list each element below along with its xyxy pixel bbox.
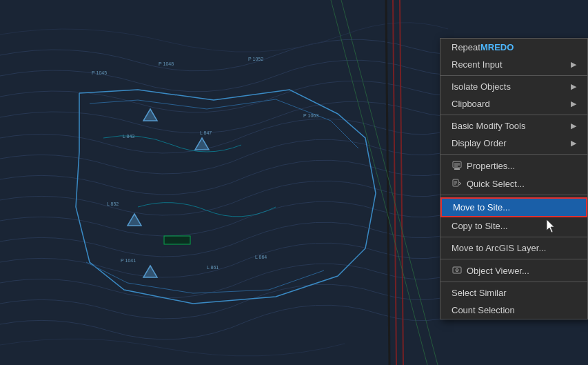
menu-label-select-similar: Select Similar [452,288,506,298]
menu-label-move-to-arcgis: Move to ArcGIS Layer... [452,243,546,253]
menu-label-recent-input: Recent Input [452,59,503,70]
svg-text:P 1052: P 1052 [248,57,263,61]
menu-item-move-to-arcgis[interactable]: Move to ArcGIS Layer... [440,239,587,257]
menu-label-copy-to-site: Copy to Site... [452,221,508,231]
submenu-arrow-display-order: ▶ [571,139,576,148]
menu-item-select-similar[interactable]: Select Similar [440,284,587,302]
menu-item-quick-select[interactable]: Quick Select... [440,175,587,193]
menu-item-recent-input[interactable]: Recent Input ▶ [440,56,587,73]
menu-label-move-to-site: Move to Site... [453,202,510,213]
menu-label-display-order: Display Order [452,138,506,148]
quick-select-icon [452,178,463,189]
menu-item-count-selection[interactable]: Count Selection [440,302,587,319]
svg-marker-12 [143,266,157,277]
menu-item-repeat-mredo[interactable]: Repeat MREDO [440,39,587,56]
svg-text:L 847: L 847 [200,130,212,135]
svg-marker-9 [143,109,157,121]
svg-text:P 1045: P 1045 [92,70,107,75]
menu-label-quick-select: Quick Select... [467,179,525,189]
menu-item-isolate-objects[interactable]: Isolate Objects ▶ [440,78,587,95]
menu-item-clipboard[interactable]: Clipboard ▶ [440,95,587,112]
svg-text:L 843: L 843 [123,134,134,139]
submenu-arrow-basic-modify: ▶ [571,121,576,130]
separator-4 [440,195,587,195]
submenu-arrow-isolate: ▶ [571,82,576,91]
separator-3 [440,154,587,155]
menu-item-copy-to-site[interactable]: Copy to Site... [440,217,587,235]
menu-label-properties: Properties... [467,161,515,171]
menu-item-object-viewer[interactable]: Object Viewer... [440,262,587,279]
menu-item-properties[interactable]: Properties... [440,157,587,175]
separator-5 [440,237,587,237]
menu-item-basic-modify[interactable]: Basic Modify Tools ▶ [440,117,587,135]
svg-marker-10 [195,138,209,150]
menu-label-mredo: MREDO [480,42,514,52]
separator-7 [440,282,587,282]
menu-label-repeat: Repeat [452,42,480,52]
context-menu: Repeat MREDO Recent Input ▶ Isolate Obje… [440,38,588,319]
menu-label-basic-modify: Basic Modify Tools [452,121,525,131]
svg-rect-26 [454,168,460,170]
svg-text:L 861: L 861 [207,265,219,270]
separator-2 [440,115,587,115]
menu-label-count-selection: Count Selection [452,305,515,315]
submenu-arrow-clipboard: ▶ [571,99,576,108]
menu-label-clipboard: Clipboard [452,99,490,109]
svg-line-3 [331,0,427,365]
svg-line-2 [386,0,389,365]
separator-1 [440,75,587,76]
svg-text:L 852: L 852 [107,201,119,206]
menu-label-object-viewer: Object Viewer... [467,266,529,276]
svg-text:P 1063: P 1063 [303,113,318,118]
menu-item-move-to-site[interactable]: Move to Site... [440,197,587,217]
svg-text:P 1041: P 1041 [121,258,136,263]
submenu-arrow-recent-input: ▶ [571,60,576,69]
svg-text:L 864: L 864 [255,255,267,259]
svg-point-36 [456,270,458,271]
object-viewer-icon [452,265,463,276]
svg-rect-14 [165,237,190,244]
separator-6 [440,259,587,259]
properties-icon [452,160,463,171]
menu-label-isolate-objects: Isolate Objects [452,81,511,92]
svg-line-0 [393,0,396,365]
menu-item-display-order[interactable]: Display Order ▶ [440,135,587,152]
svg-text:P 1048: P 1048 [159,61,174,66]
svg-line-1 [400,0,403,365]
svg-marker-11 [128,214,141,226]
